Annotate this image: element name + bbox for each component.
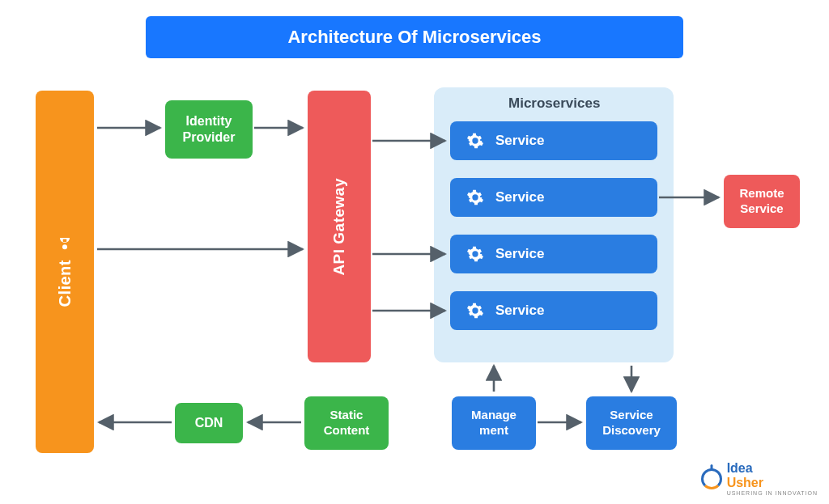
service-2: Service (450, 178, 657, 217)
brand-name: Idea (727, 461, 753, 475)
diagram-title: Architecture Of Microservices (146, 16, 683, 58)
brand-logo-block: Idea Usher USHERING IN INNOVATION (701, 461, 818, 496)
client-label: Client (55, 260, 75, 307)
service-4: Service (450, 291, 657, 330)
service-1-label: Service (495, 133, 545, 149)
service-4-label: Service (495, 303, 545, 319)
service-3: Service (450, 235, 657, 273)
service-1: Service (450, 121, 657, 160)
management-label: Manage ment (471, 408, 517, 438)
brand-logo-icon (701, 468, 722, 489)
arrows-layer (0, 0, 829, 504)
service-discovery-box: Service Discovery (586, 396, 677, 450)
remote-service-label: Remote Service (739, 186, 784, 217)
service-2-label: Service (495, 189, 545, 205)
brand-tagline: USHERING IN INNOVATION (727, 490, 818, 496)
gear-icon (466, 188, 484, 206)
gear-icon (466, 302, 484, 320)
identity-provider-label: Identity Provider (183, 113, 236, 146)
cdn-box: CDN (175, 403, 243, 443)
identity-provider-box: Identity Provider (165, 100, 253, 159)
management-box: Manage ment (452, 396, 536, 450)
api-gateway-box: API Gateway (308, 91, 371, 362)
microservices-title: Microservices (508, 95, 600, 112)
service-3-label: Service (495, 246, 545, 262)
remote-service-box: Remote Service (724, 175, 800, 228)
svg-rect-1 (63, 239, 67, 243)
svg-point-0 (62, 244, 67, 249)
brand-sub: Usher (727, 476, 763, 489)
gear-icon (466, 132, 484, 150)
static-content-box: Static Content (304, 396, 389, 450)
service-discovery-label: Service Discovery (602, 408, 661, 438)
gear-icon (466, 245, 484, 263)
static-content-label: Static Content (324, 408, 370, 438)
api-gateway-label: API Gateway (329, 178, 349, 276)
client-box: Client (36, 91, 94, 453)
cdn-label: CDN (195, 415, 223, 431)
person-icon (57, 237, 72, 252)
